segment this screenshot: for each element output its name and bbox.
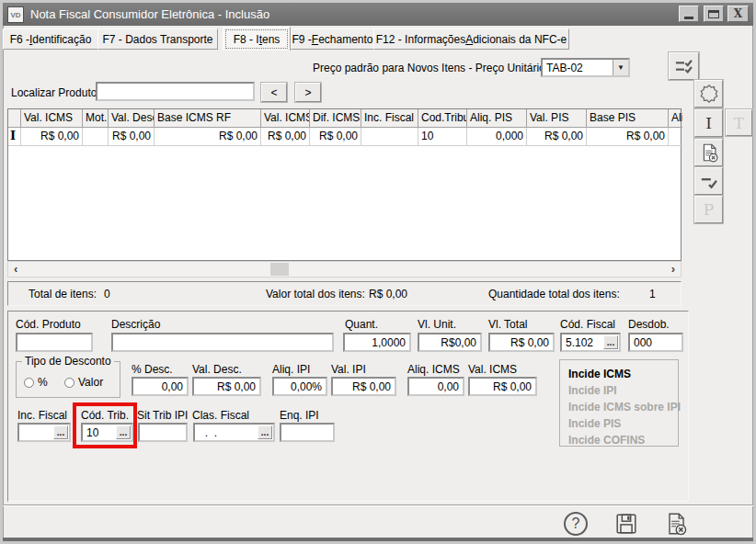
tab-label: A — [465, 33, 473, 46]
maximize-button[interactable] — [704, 6, 724, 22]
vl-total-label: Vl. Total — [488, 318, 527, 331]
grid-col-inc-fiscal[interactable]: Inc. Fiscal — [361, 109, 418, 128]
incide-icms-sobre-ipi-indicator: Incide ICMS sobre IPI — [568, 399, 670, 415]
cod-produto-input[interactable] — [16, 333, 93, 352]
grid-horizontal-scrollbar[interactable]: ‹ › — [7, 261, 682, 278]
row-selector-cell: I — [8, 128, 21, 146]
letter-i-button[interactable]: I — [694, 109, 723, 137]
tab-label: F — [312, 33, 318, 46]
letter-t-label: T — [734, 114, 744, 132]
document-cancel-button[interactable] — [694, 139, 723, 166]
grid-col-val-desor[interactable]: Val. Desor — [109, 109, 155, 128]
letter-t-button: T — [726, 109, 752, 136]
scroll-left-icon[interactable]: ‹ — [14, 262, 17, 276]
grid-col-val-icms-2[interactable]: Val. ICMS — [261, 109, 310, 128]
grid-row[interactable]: I R$ 0,00 R$ 0,00 R$ 0,00 R$ 0,00 R$ 0,0… — [8, 128, 681, 146]
val-ipi-value: R$ 0,00 — [352, 380, 391, 393]
close-button[interactable]: X — [727, 6, 749, 22]
inc-fiscal-input[interactable]: ... — [17, 423, 71, 442]
grid-col-cod-tribut[interactable]: Cod.Tribut — [418, 109, 467, 128]
vl-unit-input[interactable]: R$0,00 — [418, 333, 482, 352]
cell-val-icms-2: R$ 0,00 — [261, 128, 310, 146]
radio-percent[interactable] — [24, 378, 34, 388]
val-desc-value: R$ 0,00 — [217, 380, 256, 393]
incide-pis-indicator: Incide PIS — [568, 415, 670, 432]
tab-f9-fechamento[interactable]: F9 - Fechamento — [291, 28, 374, 50]
cod-fiscal-lookup-button[interactable]: ... — [603, 335, 618, 349]
tab-f7-dados-transporte[interactable]: F7 - Dados Transporte — [97, 28, 218, 50]
grid-col-aliq-cut[interactable]: Aliq — [669, 109, 682, 128]
tab-label: ens — [262, 33, 280, 46]
cod-fiscal-input[interactable]: 5.102 ... — [560, 333, 621, 352]
tab-f6-identificacao[interactable]: F6 - Identificação — [3, 28, 98, 50]
val-desc-input[interactable]: R$ 0,00 — [192, 377, 261, 396]
cod-trib-label: Cód. Trib. — [81, 409, 129, 422]
quant-input[interactable]: 1,0000 — [343, 333, 411, 352]
val-icms-value: R$ 0,00 — [493, 380, 532, 393]
grid-col-mot[interactable]: Mot. — [83, 109, 109, 128]
cell-val-pis: R$ 0,00 — [527, 128, 587, 146]
cell-base-pis: R$ 0,00 — [587, 128, 669, 146]
help-icon: ? — [564, 512, 588, 536]
help-button[interactable]: ? — [563, 511, 589, 537]
save-button[interactable] — [613, 510, 640, 538]
locate-product-label: Localizar Produto — [11, 86, 97, 99]
tab-label: dentificação — [32, 33, 91, 46]
cell-val-desor: R$ 0,00 — [109, 128, 155, 146]
val-ipi-label: Val. IPI — [331, 363, 366, 376]
aliq-icms-value: 0,00 — [438, 380, 459, 393]
cod-trib-input[interactable]: 10 ... — [81, 423, 133, 442]
grid-col-selector[interactable] — [8, 109, 21, 128]
radio-valor-label: Valor — [78, 376, 103, 389]
letter-p-button: P — [694, 196, 723, 223]
next-item-button[interactable]: > — [295, 83, 321, 102]
aliq-ipi-value: 0,00% — [291, 380, 322, 393]
chevron-down-icon[interactable]: ▼ — [613, 60, 628, 75]
radio-percent-label: % — [38, 376, 48, 389]
tipo-desconto-groupbox: Tipo de Desconto % Valor — [16, 361, 120, 398]
prev-item-button[interactable]: < — [261, 83, 287, 102]
tab-label: dicionais da NFC-e — [473, 33, 567, 46]
vl-total-input[interactable]: R$ 0,00 — [488, 333, 555, 352]
grid-col-aliq-pis[interactable]: Aliq. PIS — [467, 109, 527, 128]
cod-trib-lookup-button[interactable]: ... — [116, 425, 131, 439]
desdob-input[interactable]: 000 — [628, 333, 683, 352]
sit-trib-ipi-input[interactable] — [138, 423, 188, 442]
confirm-check-button[interactable] — [694, 167, 723, 195]
list-check-button[interactable] — [669, 52, 699, 80]
grid-col-base-pis[interactable]: Base PIS — [587, 109, 669, 128]
tab-f12-informacoes-adicionais[interactable]: F12 - Informações Adicionais da NFC-e — [373, 28, 569, 50]
descricao-input[interactable] — [111, 333, 334, 352]
tab-f8-itens[interactable]: F8 - Itens — [223, 27, 291, 51]
clas-fiscal-input[interactable]: . . ... — [193, 423, 275, 442]
aliq-icms-input[interactable]: 0,00 — [407, 377, 464, 396]
grid-col-val-icms[interactable]: Val. ICMS — [21, 109, 83, 128]
cancel-document-button[interactable] — [662, 510, 690, 538]
val-icms-input[interactable]: R$ 0,00 — [468, 377, 537, 396]
vl-unit-label: Vl. Unit. — [418, 318, 456, 331]
scrollbar-thumb[interactable] — [270, 263, 289, 276]
perc-desc-input[interactable]: 0,00 — [132, 377, 189, 396]
enq-ipi-input[interactable] — [280, 423, 335, 442]
tab-label: echamento — [318, 33, 372, 46]
cell-dif-icms: R$ 0,00 — [310, 128, 361, 146]
item-form-panel: Cód. Produto Descrição Quant. 1,0000 Vl.… — [7, 311, 689, 502]
val-ipi-input[interactable]: R$ 0,00 — [331, 377, 396, 396]
prev-arrow-label: < — [270, 86, 277, 99]
tab-label: F6 - — [10, 33, 29, 46]
text-cursor-icon: I — [10, 129, 16, 142]
price-table-select[interactable]: TAB-02 ▼ — [541, 58, 630, 77]
minimize-button[interactable] — [679, 6, 699, 22]
price-default-label: Preço padrão para Novos Itens - Preço Un… — [313, 62, 535, 74]
grid-col-val-pis[interactable]: Val. PIS — [527, 109, 587, 128]
inc-fiscal-lookup-button[interactable]: ... — [53, 425, 68, 439]
star-burst-button[interactable] — [694, 80, 723, 108]
total-value-label: Valor total dos itens: — [266, 288, 365, 300]
locate-product-input[interactable] — [96, 82, 255, 101]
clas-fiscal-lookup-button[interactable]: ... — [258, 425, 272, 439]
grid-col-base-icms-rf[interactable]: Base ICMS RF — [155, 109, 261, 128]
scroll-right-icon[interactable]: › — [671, 262, 675, 276]
radio-valor[interactable] — [64, 378, 74, 388]
aliq-ipi-input[interactable]: 0,00% — [272, 377, 327, 396]
grid-col-dif-icms[interactable]: Dif. ICMS R — [310, 109, 361, 128]
